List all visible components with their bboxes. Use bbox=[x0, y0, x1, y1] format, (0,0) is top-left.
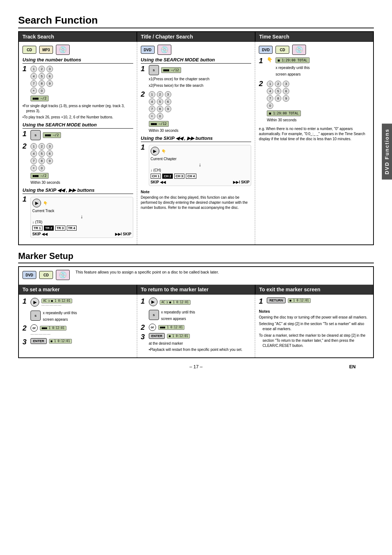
step-num-skip1: 1 bbox=[23, 195, 28, 203]
return-marker-header: To return to the marker later bbox=[137, 285, 256, 294]
search-mode-step2: 2 1 2 3 4 5 6 7 8 9 + bbox=[23, 142, 133, 185]
btn-4: 4 bbox=[30, 73, 37, 80]
cd-icon: CD bbox=[23, 46, 36, 54]
marker-dvd-icon: DVD bbox=[23, 271, 36, 279]
remote-buttons-grid: 1 2 3 4 5 6 7 8 9 + 0 bbox=[30, 66, 133, 94]
track-note-2: •To play track 26, press +10, 2, 6 of th… bbox=[23, 115, 133, 120]
ch3: CH 3 bbox=[174, 174, 185, 179]
marker-lcd-1: AC3 ■ 1 0:12:01 bbox=[41, 299, 72, 303]
chapter-skip-diagram: ▶ 👇 Current Chapter ↓ ↓ (CH) CH 1 CH 2 C… bbox=[149, 145, 252, 186]
dvd-icon: DVD bbox=[141, 46, 155, 54]
time-cd-icon: CD bbox=[275, 46, 289, 54]
chapter-play-button[interactable]: ▶ bbox=[151, 147, 159, 155]
chapter-search-mode-button[interactable]: S bbox=[149, 65, 159, 75]
time-step1: 1 👇 ■ 1:29:00 TOTAL x repeatedly until t… bbox=[259, 57, 369, 77]
search-mode-step1: 1 S ■■■ —/2 bbox=[23, 130, 133, 140]
btn-2: 2 bbox=[38, 66, 45, 72]
chapter-note-text: Depending on the disc being played, this… bbox=[141, 195, 252, 210]
step-num-2: 2 bbox=[23, 142, 28, 150]
ch-row: CH 1 CH 2 CH 3 CH 4 bbox=[151, 174, 250, 179]
current-track-label: Current Track bbox=[32, 209, 131, 213]
btn2-1: 1 bbox=[30, 143, 37, 150]
time-btn-7: 7 bbox=[267, 95, 273, 102]
set-marker-play[interactable]: ▶ bbox=[30, 298, 39, 307]
time-disc-icon: 💿 bbox=[292, 45, 306, 55]
set-marker-step3-content: ENTER ■ 1 0:12:01 bbox=[30, 338, 133, 344]
time-search-col: DVD CD 💿 1 👇 ■ 1:29:00 TOTAL x repeatedl… bbox=[255, 42, 373, 244]
enter-button[interactable]: ENTER bbox=[30, 338, 47, 344]
return-marker-search-btn[interactable]: S bbox=[149, 310, 159, 320]
using-number-buttons-title: Using the number buttons bbox=[23, 57, 133, 64]
set-marker-dots: —·—·—·—·— bbox=[41, 303, 72, 307]
chapter-skip-title: Using the SKIP ◀◀ , ▶▶ buttons bbox=[141, 135, 252, 142]
chapter-skip-step-num: 1 bbox=[141, 143, 147, 151]
chapter-search-controls: S ■■■ —/12 bbox=[149, 65, 252, 75]
ch-btn-9: 9 bbox=[165, 106, 171, 112]
chapter-note-box: Note Depending on the disc being played,… bbox=[141, 190, 252, 210]
time-screen-appears: screen appears bbox=[275, 72, 310, 77]
btn2-3: 3 bbox=[46, 143, 53, 150]
set-marker-search-row: S x repeatedly until this screen appears bbox=[30, 309, 133, 322]
time-btn-2: 2 bbox=[275, 81, 281, 87]
chapter-step1: 1 S ■■■ —/12 x1(Press once) for the chap… bbox=[141, 65, 252, 88]
set-marker-step-num-2: 2 bbox=[23, 324, 28, 332]
tr-row: TR 1 TR 2 TR 3 TR 4 bbox=[32, 226, 131, 231]
return-marker-step-num-3: 3 bbox=[141, 333, 147, 340]
search-mode-controls: S ■■■ —/2 bbox=[30, 130, 133, 140]
btn-plus: + bbox=[30, 88, 37, 94]
exit-marker-step1-content: RETURN ■ 1 0:12:01 bbox=[267, 297, 369, 303]
return-marker-controls: ▶ AC3 ■ 1 0:12:01 bbox=[149, 297, 252, 306]
current-chapter-label: Current Chapter bbox=[151, 157, 250, 161]
time-within30: Within 30 seconds bbox=[267, 118, 369, 123]
set-marker-step-num-1: 1 bbox=[23, 297, 28, 305]
chapter-step2-content: 1 2 3 4 5 6 7 8 9 + 0 bbox=[149, 90, 252, 133]
chapter-search-mode-title: Using the SEARCH MODE button bbox=[141, 57, 252, 64]
using-skip-title: Using the SKIP ◀◀ , ▶▶ buttons bbox=[23, 187, 133, 194]
or-button: or bbox=[30, 324, 38, 332]
play-button[interactable]: ▶ bbox=[32, 199, 41, 207]
search-mode-step1-content: S ■■■ —/2 bbox=[30, 130, 133, 140]
step-num-1b: 1 bbox=[23, 130, 28, 137]
exit-marker-lcd-1: ■ 1 0:12:01 bbox=[288, 298, 311, 303]
time-step1-inner: 👇 ■ 1:29:00 TOTAL x repeatedly until thi… bbox=[267, 57, 369, 77]
time-btn-5: 5 bbox=[275, 88, 281, 94]
skip-step1: 1 ▶ 👇 Current Track ↓ ↓ (TR) TR 1 bbox=[23, 195, 133, 239]
ch4: CH 4 bbox=[186, 174, 196, 179]
ch-btn-1: 1 bbox=[149, 91, 155, 98]
marker-devices: DVD CD 💿 bbox=[23, 270, 70, 280]
btn2-plus: + bbox=[30, 165, 37, 171]
return-enter-button[interactable]: ENTER bbox=[149, 333, 165, 339]
return-marker-play[interactable]: ▶ bbox=[149, 297, 158, 306]
return-marker-step3-controls: ENTER ■ 1 0:12:01 bbox=[149, 333, 252, 339]
track-step1: 1 1 2 3 4 5 6 7 8 9 + bbox=[23, 65, 133, 101]
set-marker-header: To set a marker bbox=[19, 285, 137, 294]
return-marker-search-row: S x repeatedly until this screen appears bbox=[149, 308, 252, 321]
chapter-remote-buttons: 1 2 3 4 5 6 7 8 9 + 0 bbox=[149, 91, 252, 119]
chapter-arrow-down: ↓ bbox=[151, 162, 250, 167]
return-marker-lcd-1: AC3 ■ 1 0:12:01 bbox=[160, 300, 191, 305]
time-display-row2: ■ 1:29:00 TOTAL bbox=[267, 110, 369, 116]
chapter-within30: Within 30 seconds bbox=[149, 128, 252, 133]
time-btn-4: 4 bbox=[267, 88, 273, 94]
btn2-6: 6 bbox=[46, 150, 53, 157]
btn-9: 9 bbox=[46, 80, 53, 87]
ch2: CH 2 bbox=[162, 174, 173, 179]
chapter-search-devices: DVD 💿 bbox=[141, 45, 252, 55]
track-note-1: •For single digit tracks (1-9), press a … bbox=[23, 104, 133, 114]
lcd-display-search: ■■■ —/2 bbox=[43, 132, 61, 138]
disc-icon2: 💿 bbox=[158, 45, 171, 55]
page-number: – 17 – bbox=[189, 364, 203, 369]
return-button[interactable]: RETURN bbox=[267, 297, 286, 303]
return-marker-lcd-3: ■ 1 0:12:01 bbox=[167, 334, 190, 339]
time-step1-content: 👇 ■ 1:29:00 TOTAL x repeatedly until thi… bbox=[267, 57, 369, 77]
marker-lcd-3: ■ 1 0:12:01 bbox=[49, 339, 72, 344]
btn-8: 8 bbox=[38, 80, 45, 87]
exit-note-1: Opening the disc tray or turning off the… bbox=[259, 315, 369, 320]
btn-5: 5 bbox=[38, 73, 45, 80]
exit-marker-controls: RETURN ■ 1 0:12:01 bbox=[267, 297, 369, 303]
return-marker-label-area: x repeatedly until this screen appears bbox=[161, 308, 195, 321]
set-marker-controls: ▶ AC3 ■ 1 0:12:01 —·—·—·—·— bbox=[30, 297, 133, 307]
set-marker-search-btn[interactable]: S bbox=[30, 311, 41, 321]
btn2-8: 8 bbox=[38, 158, 45, 164]
search-mode-button[interactable]: S bbox=[30, 130, 41, 140]
